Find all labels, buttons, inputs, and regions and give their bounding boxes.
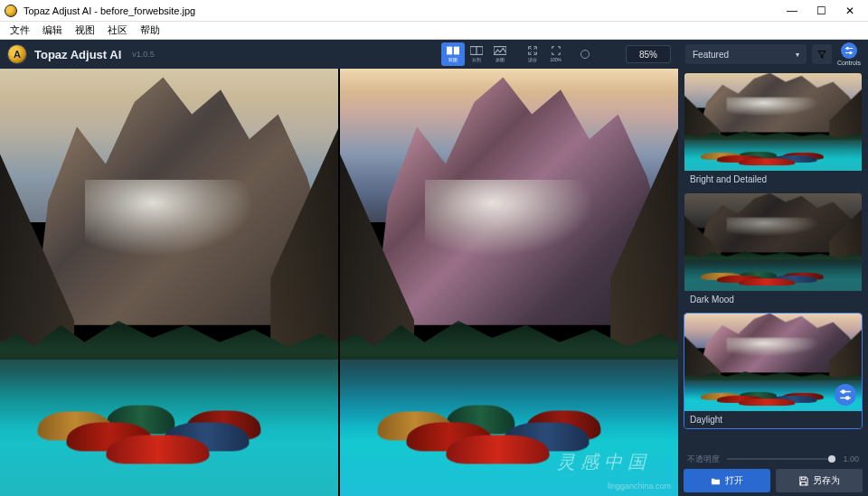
- window-titlebar: Topaz Adjust AI - before_forwebsite.jpg …: [0, 0, 868, 22]
- panel-header: Featured Controls: [678, 40, 868, 69]
- svg-point-10: [842, 390, 844, 393]
- preset-category-dropdown[interactable]: Featured: [685, 44, 807, 64]
- view-original-button[interactable]: 原图: [488, 42, 512, 66]
- open-button[interactable]: 打开: [684, 469, 770, 492]
- right-panel: Bright and Detailed Dark Mood: [678, 69, 868, 496]
- svg-rect-1: [454, 47, 459, 55]
- brand-title: Topaz Adjust AI: [34, 48, 121, 61]
- window-title: Topaz Adjust AI - before_forwebsite.jpg: [24, 5, 195, 16]
- svg-rect-0: [447, 47, 452, 55]
- svg-point-6: [846, 47, 848, 49]
- app-icon: [4, 4, 18, 18]
- menu-file[interactable]: 文件: [4, 23, 36, 37]
- save-icon: [798, 476, 808, 486]
- controls-toggle-button[interactable]: Controls: [837, 42, 861, 66]
- edit-preset-icon[interactable]: [837, 387, 854, 403]
- opacity-slider[interactable]: 不透明度 1.00: [678, 449, 868, 469]
- svg-point-12: [846, 397, 849, 399]
- opacity-value: 1.00: [843, 454, 859, 463]
- window-close[interactable]: ✕: [835, 5, 864, 17]
- menu-view[interactable]: 视图: [69, 23, 101, 37]
- menu-help[interactable]: 帮助: [134, 23, 166, 37]
- zoom-fit-button[interactable]: 适合: [521, 42, 544, 66]
- image-viewer[interactable]: 灵感中国 lingganchina.com: [0, 69, 678, 496]
- save-as-button[interactable]: 另存为: [776, 469, 863, 492]
- view-dual-button[interactable]: 双图: [441, 42, 465, 66]
- folder-icon: [711, 476, 721, 486]
- menu-edit[interactable]: 编辑: [36, 23, 69, 37]
- preset-dark-mood[interactable]: Dark Mood: [684, 192, 863, 309]
- menubar: 文件 编辑 视图 社区 帮助: [0, 22, 868, 40]
- window-maximize[interactable]: ☐: [807, 5, 835, 17]
- preset-list[interactable]: Bright and Detailed Dark Mood: [678, 69, 868, 449]
- brand-logo: A: [7, 44, 27, 64]
- preset-bright-and-detailed[interactable]: Bright and Detailed: [684, 72, 863, 189]
- view-split-button[interactable]: 分割: [465, 42, 488, 66]
- preset-label: Bright and Detailed: [684, 171, 862, 188]
- brand-version: v1.0.5: [132, 50, 155, 59]
- svg-point-8: [849, 51, 851, 53]
- brand: A Topaz Adjust AI v1.0.5: [7, 44, 155, 64]
- sliders-icon: [841, 42, 857, 59]
- opacity-label: 不透明度: [687, 454, 720, 465]
- window-minimize[interactable]: —: [778, 5, 807, 17]
- zoom-100-button[interactable]: 100%: [544, 42, 568, 66]
- zoom-value[interactable]: 85%: [626, 45, 671, 63]
- before-pane: [0, 69, 338, 496]
- preset-label: Dark Mood: [684, 291, 862, 308]
- menu-community[interactable]: 社区: [101, 23, 134, 37]
- progress-indicator-icon: [580, 50, 590, 59]
- preset-daylight[interactable]: Daylight: [684, 313, 863, 429]
- toolbar: A Topaz Adjust AI v1.0.5 双图 分割 原图: [0, 40, 678, 69]
- after-pane: [340, 69, 678, 496]
- preset-label: Daylight: [684, 411, 862, 428]
- filter-button[interactable]: [812, 44, 832, 64]
